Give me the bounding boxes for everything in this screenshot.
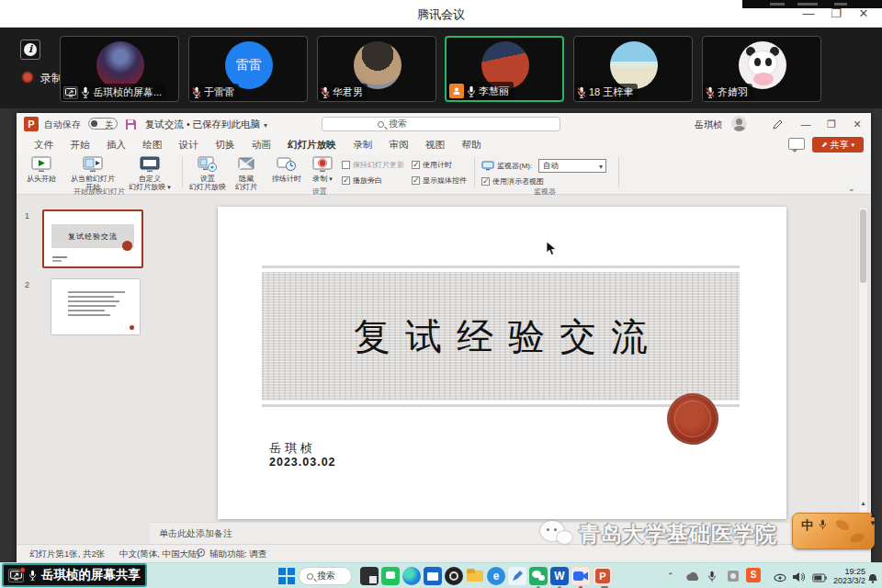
- tab-help[interactable]: 帮助: [455, 135, 487, 154]
- autosave-toggle[interactable]: 关: [88, 118, 118, 130]
- account-name[interactable]: 岳琪桢: [695, 119, 722, 131]
- app-dark-icon[interactable]: [445, 567, 463, 585]
- participant-tile[interactable]: 雷雷 于雷雷: [188, 36, 308, 102]
- slide1-number: 1: [25, 211, 29, 220]
- ime-toolbar[interactable]: 中: [792, 513, 875, 549]
- file-explorer-icon[interactable]: [466, 567, 484, 585]
- tab-draw[interactable]: 绘图: [136, 135, 168, 154]
- language-status[interactable]: 中文(简体, 中国大陆): [119, 548, 200, 560]
- battery-icon[interactable]: [812, 570, 827, 586]
- edge-icon[interactable]: [402, 567, 421, 585]
- participant-tile[interactable]: 齐婧羽: [702, 36, 821, 102]
- share-banner-label: 岳琪桢的屏幕共享: [41, 567, 141, 583]
- play-narrations-checkbox[interactable]: 播放旁白: [342, 175, 382, 186]
- tray-chevron-icon[interactable]: ⌃: [667, 571, 674, 581]
- speaker-icon[interactable]: [792, 570, 805, 586]
- word-icon[interactable]: W: [550, 567, 569, 585]
- meeting-title: 腾讯会议: [0, 6, 882, 23]
- setup-slideshow-button[interactable]: 设置幻灯片放映: [187, 156, 228, 191]
- ppt-minimize-button[interactable]: —: [799, 118, 812, 130]
- slide-title: 复试经验交流: [339, 311, 662, 362]
- keep-slides-updated-checkbox[interactable]: 保持幻灯片更新: [342, 160, 404, 170]
- share-button[interactable]: ⬈ 共享 ▾: [812, 137, 864, 153]
- browser-360-icon[interactable]: e: [487, 567, 505, 585]
- chevron-down-icon: ▾: [852, 141, 855, 149]
- wechat-icon[interactable]: [529, 567, 548, 585]
- windows-start-button[interactable]: [277, 567, 296, 585]
- ime-mic-icon[interactable]: [819, 519, 827, 530]
- tab-animations[interactable]: 动画: [245, 135, 277, 154]
- tab-transitions[interactable]: 切换: [209, 135, 241, 154]
- tab-home[interactable]: 开始: [63, 135, 96, 154]
- autosave-state: 关: [105, 119, 113, 131]
- participant-tile[interactable]: 18 王梓聿: [573, 36, 693, 102]
- onedrive-cloud-icon[interactable]: [685, 570, 700, 586]
- screen-share-banner[interactable]: 岳琪桢的屏幕共享: [2, 563, 147, 587]
- pen-app-icon[interactable]: [508, 567, 526, 585]
- minimize-button[interactable]: —: [801, 6, 816, 21]
- collapse-ribbon-icon[interactable]: ⌄: [848, 184, 855, 193]
- participant-tile-active[interactable]: 李慧丽: [445, 36, 564, 102]
- tab-view[interactable]: 视图: [419, 135, 451, 154]
- slide-canvas[interactable]: 复试经验交流 岳琪桢 2023.03.02: [218, 207, 786, 519]
- tab-insert[interactable]: 插入: [100, 135, 132, 154]
- taskbar-search[interactable]: 搜索: [299, 567, 352, 585]
- slide2-thumbnail[interactable]: [51, 278, 141, 335]
- account-avatar[interactable]: [731, 116, 747, 131]
- tencent-meeting-icon[interactable]: [571, 567, 590, 585]
- pen-icon[interactable]: [772, 118, 784, 134]
- widgets-icon[interactable]: [360, 567, 379, 585]
- ms-store-icon[interactable]: [424, 567, 442, 585]
- tab-record[interactable]: 录制: [346, 135, 379, 154]
- ppt-close-button[interactable]: ✕: [851, 118, 864, 130]
- clock-time: 19:25: [833, 567, 865, 576]
- ime-mode-label[interactable]: 中: [801, 517, 813, 534]
- save-icon[interactable]: [125, 118, 137, 134]
- taskbar-clock[interactable]: 19:25 2023/3/2: [833, 567, 865, 585]
- tab-design[interactable]: 设计: [173, 135, 205, 154]
- tab-file[interactable]: 文件: [28, 135, 60, 154]
- clock-date: 2023/3/2: [833, 576, 865, 585]
- from-beginning-button[interactable]: 从头开始: [20, 156, 62, 183]
- eye-icon[interactable]: [774, 570, 786, 586]
- remote-app-icon[interactable]: [727, 570, 740, 586]
- use-timings-checkbox[interactable]: 使用计时: [412, 160, 452, 170]
- powerpoint-taskbar-icon[interactable]: P: [594, 567, 612, 585]
- document-title[interactable]: 复试交流 • 已保存到此电脑▾: [145, 119, 267, 131]
- maximize-button[interactable]: ❐: [829, 6, 843, 21]
- participant-tile[interactable]: 华君男: [317, 36, 436, 102]
- participant-tile-sharer[interactable]: 岳琪桢的屏幕...: [60, 36, 179, 102]
- previous-slide-icon[interactable]: ▲: [860, 500, 866, 506]
- banner-strip-bottom: [262, 404, 740, 407]
- accessibility-status[interactable]: 辅助功能: 调查: [209, 548, 266, 560]
- recording-icon: [22, 72, 33, 83]
- show-media-controls-checkbox[interactable]: 显示媒体控件: [412, 175, 467, 186]
- banner-strip-top: [262, 266, 740, 268]
- hide-slide-button[interactable]: 隐藏幻灯片: [230, 156, 263, 191]
- sogou-ime-icon[interactable]: S: [746, 568, 761, 582]
- monitor-dropdown[interactable]: 自动: [538, 159, 606, 173]
- comments-icon[interactable]: [788, 138, 805, 150]
- participant-name: 华君男: [333, 85, 363, 99]
- presenter-view-checkbox[interactable]: 使用演示者视图: [481, 176, 544, 187]
- ppt-search-box[interactable]: 搜索: [322, 117, 560, 131]
- close-button[interactable]: ✕: [856, 6, 871, 21]
- meeting-info-button[interactable]: i: [20, 40, 40, 60]
- tab-slideshow[interactable]: 幻灯片放映: [281, 135, 343, 156]
- tray-mic-icon[interactable]: [707, 570, 717, 586]
- powerpoint-app-icon: P: [24, 117, 39, 131]
- wetype-icon[interactable]: [381, 567, 400, 585]
- mic-on-icon: [467, 85, 476, 97]
- mic-on-icon: [81, 86, 90, 98]
- tab-review[interactable]: 审阅: [383, 135, 415, 154]
- notification-icon[interactable]: [867, 571, 878, 587]
- record-button[interactable]: 录制 ▾: [309, 156, 336, 183]
- vertical-scrollbar[interactable]: ▲ ▼: [858, 207, 868, 530]
- ime-collapse-arrows[interactable]: ▲▼: [869, 511, 876, 527]
- ppt-restore-button[interactable]: ❐: [825, 118, 838, 130]
- slide1-thumbnail[interactable]: 复试经验交流: [42, 209, 143, 268]
- avatar: [739, 41, 786, 89]
- wechat-logo-icon: [540, 521, 575, 548]
- rehearse-timings-button[interactable]: 排练计时: [266, 156, 307, 183]
- scrollbar-thumb[interactable]: [860, 209, 866, 283]
